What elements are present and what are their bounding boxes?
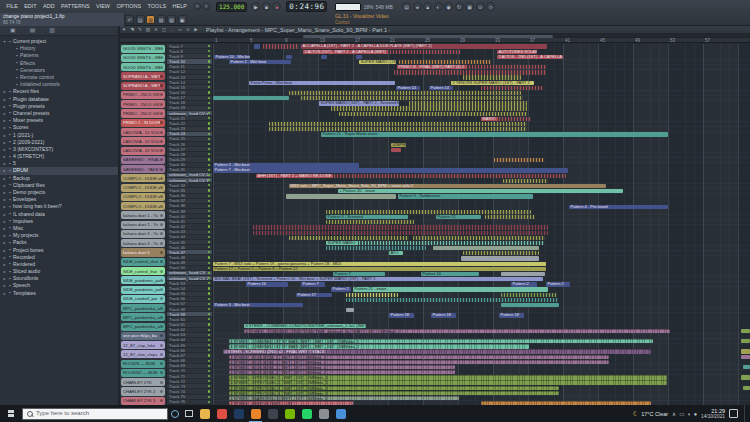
nvidia-icon[interactable] [281, 405, 298, 422]
picker-item[interactable]: SIDE_control_that [120, 266, 166, 275]
playlist-clip[interactable] [339, 112, 527, 116]
track-mute-led[interactable] [208, 122, 210, 124]
picker-item[interactable]: kahana duet 3 - Yu [120, 229, 166, 238]
tree-item[interactable]: ▸▪Envelopes [0, 196, 118, 203]
track-mute-led[interactable] [208, 71, 210, 73]
picker-item[interactable]: LASCIVIA - DI VOLG A1 [120, 127, 166, 136]
track-mute-led[interactable] [208, 205, 210, 207]
track-mute-led[interactable] [208, 189, 210, 191]
picker-clip-button[interactable]: GOOD SNSTS - WET 2 [121, 54, 165, 62]
browser-window-icon[interactable]: ▣ [178, 15, 187, 24]
picker-mute-icon[interactable] [160, 112, 163, 115]
track-mute-led[interactable] [208, 380, 210, 382]
picker-mute-icon[interactable] [160, 390, 163, 393]
tempo-display[interactable]: 125.000 [216, 2, 247, 12]
mail-icon[interactable] [332, 405, 349, 422]
picker-clip-button[interactable]: SANREMO - TAKE WET [121, 165, 165, 173]
menu-view[interactable]: VIEW [93, 0, 113, 13]
picker-mute-icon[interactable] [160, 149, 163, 152]
picker-mute-icon[interactable] [160, 158, 163, 161]
track-mute-led[interactable] [208, 76, 210, 78]
playlist-clip[interactable] [301, 96, 523, 100]
task-view-button[interactable] [182, 405, 196, 422]
tree-item[interactable]: ▸▪Misc [0, 225, 118, 232]
picker-clip-button[interactable]: LASCIVIA - DI VOLG A2 [121, 137, 165, 145]
picker-mute-icon[interactable] [160, 307, 163, 310]
picker-clip-button[interactable]: PRIMO - 250 D GST A1 [121, 91, 165, 99]
track-mute-led[interactable] [208, 86, 210, 88]
picker-mute-icon[interactable] [160, 316, 163, 319]
network-icon[interactable]: ● [694, 411, 697, 417]
playlist-clip[interactable]: 4 STEMS - SNARE ROLLS (WET) - 1ST - OMNI… [229, 396, 459, 400]
picker-item[interactable]: SIDE_cowbell_pat [120, 294, 166, 303]
picker-clip-button[interactable]: kahana duet 4 - Yu [121, 239, 165, 247]
track-mute-led[interactable] [208, 236, 210, 238]
track-mute-led[interactable] [208, 112, 210, 114]
playlist-clip[interactable]: Piano Primo - Wet beat [249, 81, 395, 85]
tree-item[interactable]: ▪Remote control [0, 74, 118, 81]
track-mute-led[interactable] [208, 396, 210, 398]
menu-tools[interactable]: TOOLS [144, 0, 169, 13]
picker-mute-icon[interactable] [160, 223, 163, 226]
playlist-clip[interactable]: Pattern 3 - Mio beat [213, 163, 359, 167]
taskbar-search-input[interactable]: Type here to search [22, 408, 168, 420]
playlist-clip[interactable]: PRIMO III - FINAL (WET) PART (4) 2 [397, 65, 547, 69]
track-mute-led[interactable] [208, 164, 210, 166]
chrome-icon[interactable] [213, 405, 230, 422]
playlist-clip[interactable] [213, 96, 289, 100]
playlist-timeline-ruler[interactable]: 159131721252933374145495357 [120, 38, 750, 43]
playlist-clip[interactable] [433, 246, 539, 250]
picker-mute-icon[interactable] [160, 121, 163, 124]
picker-item[interactable]: 12_B7_clap_fake [120, 341, 166, 350]
picker-item[interactable]: PRIMO - 250 D GST A3 [120, 109, 166, 118]
playlist-clip[interactable]: Pattern 18 [389, 313, 414, 317]
picker-item[interactable]: ROCKIN — BUM [120, 359, 166, 368]
tree-item[interactable]: ▸▪Plugin database [0, 96, 118, 103]
playlist-clip[interactable] [413, 236, 545, 240]
track-mute-led[interactable] [208, 210, 210, 212]
picker-clip-button[interactable]: MPC_pandemika_ac3 [121, 323, 165, 331]
picker-clip-button[interactable]: COMPLO - DUDE a2 [121, 184, 165, 192]
draw-tool-icon[interactable]: ✎ [136, 26, 144, 34]
picker-item[interactable]: COMPLO - DUDE a1 [120, 174, 166, 183]
picker-item[interactable]: MPC_pandemika_ac2 [120, 313, 166, 322]
playlist-clip[interactable]: SUPER MARIO (1ST) - PART 2 - Screwed lan… [319, 101, 399, 105]
playlist-clip[interactable]: Pattern 10 - Mio beat [214, 55, 250, 59]
playlist-clip[interactable] [463, 251, 539, 255]
track-mute-led[interactable] [208, 143, 210, 145]
playlist-clip[interactable]: Pattern 2 [511, 282, 537, 286]
picker-item[interactable]: SIDE_pandemic_pat [120, 276, 166, 285]
track-mute-led[interactable] [208, 298, 210, 300]
picker-clip-button[interactable]: 12_B7_clan_chips [121, 350, 165, 358]
playlist-clip[interactable] [494, 158, 544, 162]
playlist-clip[interactable] [326, 220, 414, 224]
battery-icon[interactable]: ▭ [679, 411, 684, 417]
picker-mute-icon[interactable] [160, 325, 163, 328]
playlist-clip[interactable] [286, 194, 396, 198]
magnet-icon[interactable]: ◥ [128, 26, 136, 34]
track-mute-led[interactable] [208, 133, 210, 135]
metronome-icon[interactable]: ▲ [423, 2, 432, 11]
playlist-clip[interactable]: 4 STEMS - SCREWED (2ND) x2 - FINAL WET T… [223, 349, 651, 353]
track-mute-led[interactable] [208, 179, 210, 181]
playlist-clip[interactable]: Pattern 2 - Wet beat [229, 60, 291, 64]
countdown-icon[interactable]: ◉ [444, 2, 453, 11]
playlist-clip[interactable] [254, 44, 260, 48]
tree-item[interactable]: ▸▪1 (2021-) [0, 131, 118, 138]
picker-clip-button[interactable]: kahana duet 5 [121, 248, 165, 256]
picker-item[interactable]: LASCIVIA - DI VOLG A3 [120, 146, 166, 155]
picker-mute-icon[interactable] [160, 371, 163, 374]
playlist-clip[interactable] [326, 246, 426, 250]
picker-clip-button[interactable]: SIDE_cowbell_pat [121, 295, 165, 303]
typing-keyboard-icon[interactable]: ▤ [402, 2, 411, 11]
playlist-clip[interactable]: 4 STEMS - IN US BOWL 2 - WET - 1ST - OMN… [229, 360, 609, 364]
playlist-clip[interactable] [269, 127, 527, 131]
playlist-clip[interactable]: Pattern 21 - snare [353, 287, 548, 291]
playlist-window-icon[interactable]: ▤ [136, 15, 145, 24]
gimp-icon[interactable] [315, 405, 332, 422]
playlist-clip[interactable] [391, 148, 401, 152]
picker-clip-button[interactable]: COMPLO - DUDE a4 [121, 202, 165, 210]
taskbar-clock[interactable]: 21:29 14/10/2021 [701, 408, 725, 420]
picker-clip-button[interactable]: SIDE_pandemic_pat [121, 276, 165, 284]
picker-clip-button[interactable]: kahana duet 3 - Yu [121, 230, 165, 238]
